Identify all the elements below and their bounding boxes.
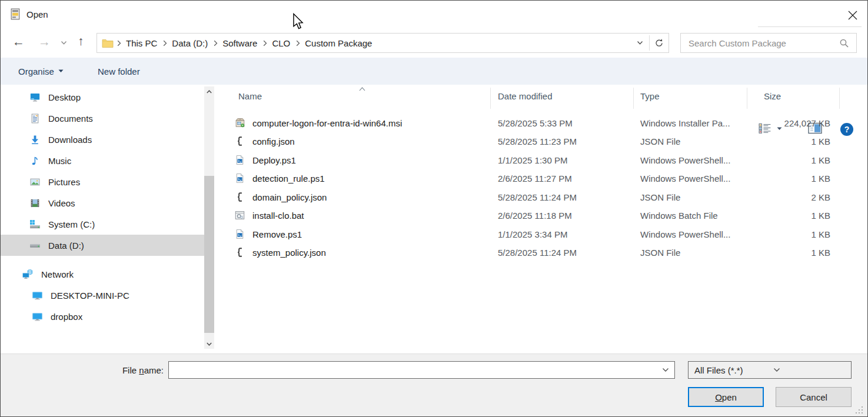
sidebar-item-label: Documents [48, 114, 93, 124]
file-type: JSON File [640, 192, 680, 202]
breadcrumb-item[interactable]: Software [210, 38, 260, 48]
breadcrumb-chevron-icon [296, 40, 300, 46]
batch-file-icon [235, 211, 245, 221]
up-button[interactable]: ↑ [78, 35, 84, 48]
sidebar-item[interactable]: DESKTOP-MINI-PC [1, 285, 204, 306]
msi-installer-icon [235, 117, 246, 128]
sidebar-scrollbar[interactable] [204, 86, 214, 349]
sidebar-item[interactable]: Desktop [1, 86, 204, 108]
sidebar-item[interactable]: Pictures [1, 171, 204, 192]
command-toolbar: Organise New folder ? [1, 58, 867, 85]
organise-button[interactable]: Organise [18, 58, 64, 85]
sidebar-item-label: Music [48, 156, 71, 166]
column-header-size[interactable]: Size [764, 91, 781, 101]
folder-icon[interactable] [102, 38, 114, 48]
breadcrumb-chevron-icon [263, 40, 267, 46]
breadcrumb-label: CLO [270, 38, 292, 48]
file-name-dropdown-button[interactable] [662, 368, 669, 372]
file-name: install-clo.bat [252, 211, 304, 221]
sidebar-item-label: Pictures [48, 177, 80, 187]
column-header-date-modified[interactable]: Date modified [498, 91, 553, 101]
open-button-label: Open [715, 392, 737, 402]
chevron-down-icon [637, 41, 643, 45]
file-type: Windows PowerShell... [640, 229, 730, 239]
title-bar[interactable]: Open [1, 1, 867, 29]
documents-icon [30, 114, 40, 124]
sidebar-item-label: DESKTOP-MINI-PC [51, 291, 129, 301]
search-icon[interactable] [839, 38, 849, 48]
breadcrumb-chevron-icon [214, 40, 218, 46]
file-name-combo [168, 361, 675, 379]
sidebar-item[interactable]: Network [1, 263, 204, 285]
file-type-select[interactable]: All Files (*.*) [688, 361, 852, 379]
chevron-down-icon [662, 368, 669, 372]
column-header-type[interactable]: Type [640, 91, 660, 101]
sidebar-item[interactable]: Videos [1, 192, 204, 213]
column-header-row: Name Date modified Type Size [218, 86, 868, 110]
file-row[interactable]: computer-logon-for-entra-id-win64.msi 5/… [218, 114, 868, 132]
forward-button[interactable]: → [38, 35, 51, 48]
file-row[interactable]: domain_policy.json 5/28/2025 11:24 PM JS… [218, 188, 868, 206]
file-type: Windows PowerShell... [640, 155, 730, 165]
navigation-pane: Desktop Documents [1, 86, 204, 327]
column-divider[interactable] [490, 88, 491, 109]
breadcrumb-item[interactable]: Custom Package [292, 38, 374, 48]
refresh-icon [654, 38, 664, 48]
sidebar-item[interactable]: Data (D:) [1, 235, 204, 256]
sidebar-item[interactable]: Documents [1, 108, 204, 129]
json-file-icon [235, 248, 245, 258]
close-button[interactable] [842, 6, 864, 24]
file-row[interactable]: Deploy.ps1 1/1/2025 1:30 PM Windows Powe… [218, 151, 868, 169]
column-header-name[interactable]: Name [238, 91, 262, 101]
file-row[interactable]: detection_rule.ps1 2/6/2025 11:27 PM Win… [218, 169, 868, 188]
scroll-up-button[interactable] [204, 86, 214, 96]
sidebar-item[interactable]: dropbox [1, 306, 204, 327]
column-divider[interactable] [633, 88, 634, 109]
file-type: Windows Batch File [640, 211, 718, 221]
breadcrumb-label: Software [220, 38, 260, 48]
file-type-dropdown-button[interactable] [767, 368, 846, 372]
network-icon [22, 269, 34, 279]
file-name: detection_rule.ps1 [252, 174, 325, 184]
back-button[interactable]: ← [12, 35, 25, 48]
cancel-button[interactable]: Cancel [776, 387, 852, 407]
column-divider[interactable] [747, 88, 747, 109]
file-name: computer-logon-for-entra-id-win64.msi [252, 118, 402, 128]
computer-icon [32, 291, 43, 301]
scrollbar-thumb[interactable] [204, 176, 214, 333]
breadcrumb-item[interactable]: CLO [260, 38, 292, 48]
file-size: 2 KB [736, 192, 830, 202]
file-row[interactable]: config.json 5/28/2025 11:23 PM JSON File… [218, 132, 868, 151]
file-row[interactable]: system_policy.json 5/28/2025 11:24 PM JS… [218, 243, 868, 262]
recent-locations-button[interactable] [61, 41, 67, 45]
refresh-button[interactable] [650, 38, 669, 48]
file-name: system_policy.json [252, 248, 326, 258]
sidebar-item[interactable]: System (C:) [1, 213, 204, 235]
breadcrumb-item[interactable]: Data (D:) [159, 38, 210, 48]
address-bar[interactable]: This PC Data (D:) Software CLO Custom Pa… [97, 33, 669, 53]
file-size: 1 KB [736, 211, 830, 221]
file-list: computer-logon-for-entra-id-win64.msi 5/… [218, 114, 868, 262]
file-size: 224,027 KB [736, 118, 830, 128]
json-file-icon [235, 192, 245, 202]
address-dropdown-button[interactable] [637, 41, 643, 45]
sidebar-item[interactable]: Downloads [1, 129, 204, 150]
file-name: domain_policy.json [252, 192, 327, 202]
close-icon [846, 9, 859, 22]
sidebar-item[interactable]: Music [1, 150, 204, 171]
sidebar-item-label: dropbox [51, 312, 82, 322]
breadcrumb-label: Custom Package [302, 38, 374, 48]
scroll-down-button[interactable] [204, 339, 214, 349]
column-divider[interactable] [839, 88, 840, 109]
breadcrumb-item[interactable]: This PC [114, 38, 159, 48]
file-name-input[interactable] [169, 365, 662, 375]
search-input[interactable] [681, 38, 839, 48]
new-folder-button[interactable]: New folder [98, 58, 140, 85]
open-button[interactable]: Open [688, 387, 764, 407]
music-icon [30, 156, 40, 166]
file-row[interactable]: install-clo.bat 2/6/2025 11:18 PM Window… [218, 206, 868, 225]
resize-grip[interactable] [855, 406, 863, 414]
file-type: Windows PowerShell... [640, 174, 730, 184]
open-dialog-window: Open ← → ↑ This PC Data (D:) Softwa [0, 0, 868, 417]
file-row[interactable]: Remove.ps1 1/1/2025 3:34 PM Windows Powe… [218, 225, 868, 243]
